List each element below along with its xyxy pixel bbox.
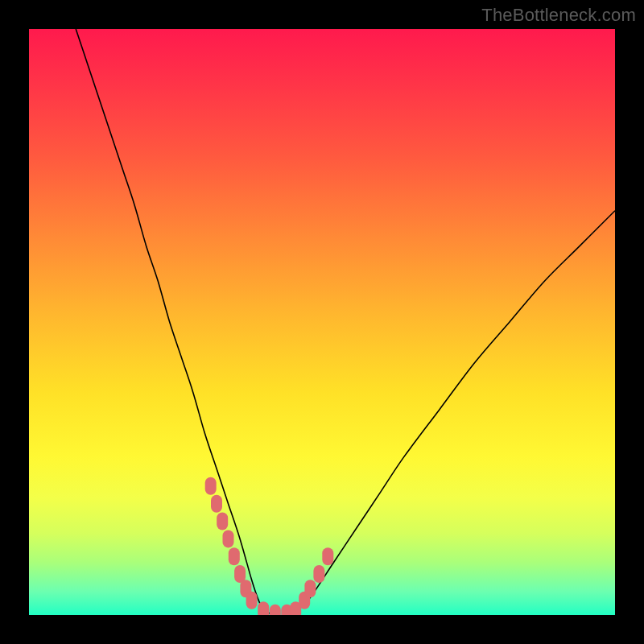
chart-frame: TheBottleneck.com (0, 0, 644, 644)
marker-dot (313, 565, 324, 583)
marker-dot (246, 592, 258, 609)
marker-dot (322, 547, 333, 565)
curve-markers (205, 477, 334, 615)
marker-dot (304, 580, 316, 597)
plot-area (29, 29, 615, 615)
marker-dot (223, 530, 234, 547)
marker-dot (270, 605, 281, 615)
marker-dot (229, 547, 240, 565)
curve-overlay (29, 29, 615, 615)
marker-dot (211, 495, 222, 513)
attribution-label: TheBottleneck.com (481, 5, 636, 26)
bottleneck-curve (76, 29, 615, 615)
marker-dot (217, 513, 228, 530)
marker-dot (205, 477, 217, 495)
marker-dot (258, 601, 269, 615)
